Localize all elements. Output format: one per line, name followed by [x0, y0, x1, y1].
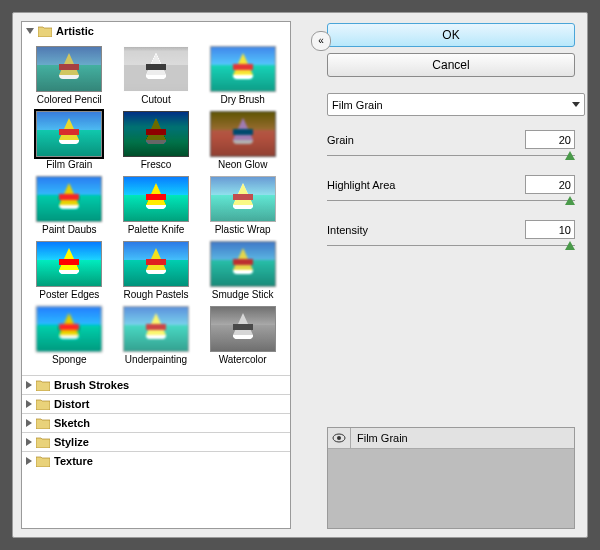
boat-shape [233, 270, 253, 274]
thumb-preview [36, 306, 102, 352]
filter-thumb-colored-pencil[interactable]: Colored Pencil [28, 44, 111, 107]
param-slider[interactable] [327, 196, 575, 206]
thumb-label: Sponge [52, 354, 86, 365]
folder-icon [36, 437, 50, 448]
thumb-label: Underpainting [125, 354, 187, 365]
filter-categories-panel: Artistic Colored PencilCutoutDry BrushFi… [21, 21, 291, 529]
dropdown-value: Film Grain [332, 99, 383, 111]
thumb-label: Paint Daubs [42, 224, 96, 235]
thumb-preview [123, 241, 189, 287]
boat-shape [59, 140, 79, 144]
filter-thumb-film-grain[interactable]: Film Grain [28, 109, 111, 172]
category-label: Texture [54, 455, 93, 467]
thumb-preview [123, 176, 189, 222]
effect-layer-row[interactable]: Film Grain [328, 428, 574, 449]
thumb-label: Colored Pencil [37, 94, 102, 105]
thumb-preview [123, 46, 189, 92]
param-grain: Grain [327, 130, 575, 161]
thumb-label: Dry Brush [220, 94, 264, 105]
filter-thumb-dry-brush[interactable]: Dry Brush [201, 44, 284, 107]
thumb-label: Plastic Wrap [215, 224, 271, 235]
thumb-label: Rough Pastels [123, 289, 188, 300]
thumb-preview [36, 111, 102, 157]
sail-shape [59, 118, 79, 140]
sail-shape [59, 183, 79, 205]
filter-thumb-cutout[interactable]: Cutout [115, 44, 198, 107]
filter-settings-panel: OK Cancel Film Grain GrainHighlight Area… [299, 13, 587, 537]
category-label: Artistic [56, 25, 94, 37]
param-slider[interactable] [327, 151, 575, 161]
param-input[interactable] [525, 220, 575, 239]
filter-thumb-underpainting[interactable]: Underpainting [115, 304, 198, 367]
filter-dropdown[interactable]: Film Grain [327, 93, 585, 116]
chevron-down-icon [572, 102, 580, 107]
category-stylize[interactable]: Stylize [22, 432, 290, 451]
boat-shape [233, 205, 253, 209]
boat-shape [146, 205, 166, 209]
thumb-label: Film Grain [46, 159, 92, 170]
layer-name: Film Grain [351, 432, 408, 444]
param-label: Highlight Area [327, 179, 396, 191]
category-brush-strokes[interactable]: Brush Strokes [22, 375, 290, 394]
param-input[interactable] [525, 175, 575, 194]
filter-thumb-sponge[interactable]: Sponge [28, 304, 111, 367]
thumb-preview [123, 111, 189, 157]
slider-thumb[interactable] [565, 196, 575, 205]
thumb-preview [36, 241, 102, 287]
slider-track [327, 200, 575, 201]
filter-thumb-poster-edges[interactable]: Poster Edges [28, 239, 111, 302]
filter-thumb-plastic-wrap[interactable]: Plastic Wrap [201, 174, 284, 237]
sail-shape [59, 248, 79, 270]
filter-thumb-paint-daubs[interactable]: Paint Daubs [28, 174, 111, 237]
boat-shape [233, 140, 253, 144]
thumb-preview [36, 176, 102, 222]
visibility-toggle[interactable] [328, 428, 351, 448]
sail-shape [233, 118, 253, 140]
folder-icon [38, 26, 52, 37]
param-slider[interactable] [327, 241, 575, 251]
filter-thumb-palette-knife[interactable]: Palette Knife [115, 174, 198, 237]
filter-thumb-watercolor[interactable]: Watercolor [201, 304, 284, 367]
filter-thumb-rough-pastels[interactable]: Rough Pastels [115, 239, 198, 302]
param-label: Intensity [327, 224, 368, 236]
category-artistic[interactable]: Artistic [22, 22, 290, 40]
parameters-group: GrainHighlight AreaIntensity [327, 130, 575, 265]
slider-track [327, 245, 575, 246]
param-input[interactable] [525, 130, 575, 149]
thumb-label: Smudge Stick [212, 289, 274, 300]
sail-shape [146, 118, 166, 140]
param-highlight-area: Highlight Area [327, 175, 575, 206]
thumb-label: Cutout [141, 94, 170, 105]
collapse-button[interactable]: « [311, 31, 331, 51]
folder-icon [36, 418, 50, 429]
filter-thumb-neon-glow[interactable]: Neon Glow [201, 109, 284, 172]
category-texture[interactable]: Texture [22, 451, 290, 470]
filter-gallery-dialog: Artistic Colored PencilCutoutDry BrushFi… [12, 12, 588, 538]
thumb-preview [210, 241, 276, 287]
boat-shape [59, 335, 79, 339]
chevron-right-icon [26, 400, 32, 408]
category-distort[interactable]: Distort [22, 394, 290, 413]
category-label: Distort [54, 398, 89, 410]
thumb-preview [210, 111, 276, 157]
slider-track [327, 155, 575, 156]
filter-thumb-smudge-stick[interactable]: Smudge Stick [201, 239, 284, 302]
cancel-button[interactable]: Cancel [327, 53, 575, 77]
category-sketch[interactable]: Sketch [22, 413, 290, 432]
filter-thumb-fresco[interactable]: Fresco [115, 109, 198, 172]
chevron-right-icon [26, 438, 32, 446]
thumb-label: Neon Glow [218, 159, 267, 170]
slider-thumb[interactable] [565, 151, 575, 160]
thumb-label: Poster Edges [39, 289, 99, 300]
slider-thumb[interactable] [565, 241, 575, 250]
sail-shape [146, 183, 166, 205]
boat-shape [59, 270, 79, 274]
category-label: Stylize [54, 436, 89, 448]
folder-icon [36, 399, 50, 410]
param-label: Grain [327, 134, 354, 146]
boat-shape [146, 75, 166, 79]
boat-shape [59, 205, 79, 209]
boat-shape [146, 140, 166, 144]
ok-button[interactable]: OK [327, 23, 575, 47]
filter-tree: Artistic Colored PencilCutoutDry BrushFi… [21, 21, 291, 529]
